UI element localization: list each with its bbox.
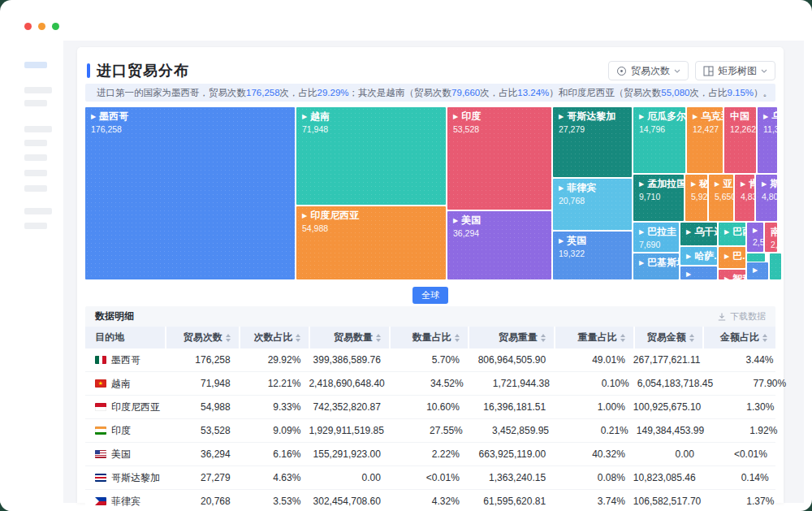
- table-cell: 399,386,589.76: [309, 349, 389, 371]
- treemap-block-智利[interactable]: ▶智利: [719, 270, 745, 279]
- sort-icon[interactable]: [541, 334, 546, 342]
- table-cell: 1.30%: [709, 396, 782, 418]
- table-cell: 6.16%: [239, 443, 309, 466]
- treemap-block-孟加拉国[interactable]: ▶孟加拉国9,710: [633, 175, 684, 221]
- treemap-block-英国[interactable]: ▶英国19,322: [553, 232, 632, 279]
- column-header-5[interactable]: 贸易重量: [468, 327, 554, 349]
- column-header-1[interactable]: 贸易次数: [165, 327, 239, 349]
- sidebar-skeleton-item: [24, 62, 47, 68]
- table-cell: 5.70%: [389, 349, 468, 371]
- treemap-block-厄瓜多尔[interactable]: ▶厄瓜多尔14,796: [633, 107, 685, 173]
- block-label: 智利: [732, 274, 745, 279]
- treemap-block-中国[interactable]: 中国12,262: [724, 107, 756, 173]
- close-icon[interactable]: [24, 23, 32, 30]
- flag-cr-icon: [95, 474, 106, 482]
- summary-segment: 次，占比: [280, 88, 317, 97]
- treemap-block-哈萨...[interactable]: ▶哈萨...: [680, 247, 717, 265]
- metric-select-button[interactable]: 贸易次数: [608, 61, 689, 80]
- drill-down-arrow-icon: ▶: [559, 237, 564, 245]
- destination-name: 菲律宾: [111, 495, 140, 509]
- table-row[interactable]: 印度53,5289.09%1,929,911,519.8527.55%3,452…: [85, 419, 775, 443]
- sort-icon[interactable]: [226, 334, 231, 342]
- treemap-block-美国[interactable]: ▶美国36,294: [447, 211, 551, 279]
- treemap-block-墨西哥[interactable]: ▶墨西哥176,258: [85, 107, 295, 279]
- table-row[interactable]: 越南71,94812.21%2,418,690,648.4034.52%1,72…: [85, 372, 775, 396]
- chart-type-label: 矩形树图: [718, 64, 757, 78]
- column-label: 金额占比: [720, 331, 759, 344]
- sort-icon[interactable]: [376, 334, 381, 342]
- column-header-2[interactable]: 次数占比: [239, 327, 309, 349]
- column-header-3[interactable]: 贸易数量: [309, 327, 389, 349]
- treemap-block[interactable]: ▶: [747, 262, 768, 279]
- flag-ph-icon: [95, 497, 106, 505]
- sidebar-skeleton-item: [24, 100, 47, 106]
- sidebar-skeleton-item: [24, 208, 52, 214]
- sort-icon[interactable]: [689, 334, 694, 342]
- block-value: 12,427: [693, 124, 717, 134]
- table-cell: 4.32%: [389, 490, 468, 511]
- column-header-6[interactable]: 重量占比: [554, 327, 633, 349]
- chevron-down-icon: [674, 69, 680, 73]
- flag-in-icon: [95, 427, 106, 435]
- column-header-7[interactable]: 贸易金额: [633, 327, 702, 349]
- treemap-block-越南[interactable]: ▶越南71,948: [296, 107, 446, 205]
- chart-type-button[interactable]: 矩形树图: [695, 61, 775, 80]
- drill-down-arrow-icon: ▶: [724, 275, 729, 280]
- sort-icon[interactable]: [762, 334, 767, 342]
- download-label: 下载数据: [730, 310, 766, 323]
- treemap-block-巴基斯坦[interactable]: ▶巴基斯坦: [633, 253, 679, 279]
- table-row[interactable]: 美国36,2946.16%155,291,923.002.22%663,925,…: [85, 443, 775, 466]
- treemap-block-乌...[interactable]: ▶乌...11,342: [758, 107, 777, 173]
- table-cell: 176,258: [165, 349, 239, 371]
- summary-highlight: 176,258: [246, 88, 280, 97]
- table-cell: 12.21%: [239, 372, 309, 395]
- table-cell: 302,454,708.60: [309, 490, 389, 511]
- table-cell: <0.01%: [389, 466, 468, 489]
- treemap-block-哥斯达黎加[interactable]: ▶哥斯达黎加27,279: [553, 107, 632, 177]
- block-label: 斯: [770, 179, 777, 189]
- drill-down-arrow-icon: ▶: [453, 217, 458, 225]
- treemap-block-印度尼西亚[interactable]: ▶印度尼西亚54,988: [296, 206, 446, 279]
- treemap-block-乌干达[interactable]: ▶乌干达: [680, 223, 717, 245]
- treemap-block[interactable]: ▶: [680, 266, 717, 279]
- table-row[interactable]: 哥斯达黎加27,2794.63%0.00<0.01%1,363,240.150.…: [85, 466, 775, 490]
- block-label: 秘鲁: [699, 179, 707, 189]
- treemap-block-巴拉圭[interactable]: ▶巴拉圭7,690: [633, 223, 679, 252]
- column-header-4[interactable]: 数量占比: [389, 327, 468, 349]
- sort-icon[interactable]: [455, 334, 460, 342]
- treemap-block-肯[interactable]: ▶肯4,836: [735, 175, 754, 221]
- block-value: 11,342: [763, 124, 771, 134]
- treemap-block-巴...[interactable]: ▶巴...: [719, 247, 745, 268]
- section-title: 数据明细: [95, 310, 134, 323]
- table-row[interactable]: 菲律宾20,7683.53%302,454,708.604.32%61,595,…: [85, 490, 775, 511]
- treemap-block-秘鲁[interactable]: ▶秘鲁5,924: [685, 175, 707, 221]
- sort-icon[interactable]: [296, 334, 300, 342]
- sidebar-skeleton-item: [24, 126, 52, 132]
- treemap-block-巴西[interactable]: ▶巴西: [719, 223, 745, 245]
- table-row[interactable]: 印度尼西亚54,9889.33%742,352,820.8710.60%16,3…: [85, 396, 775, 419]
- app-window: 进口贸易分布 贸易次数: [0, 0, 812, 511]
- treemap-block-印度[interactable]: ▶印度53,528: [447, 107, 551, 210]
- treemap-block[interactable]: [747, 253, 765, 262]
- treemap-block-乌克兰[interactable]: ▶乌克兰12,427: [687, 107, 723, 173]
- table-cell: 6,054,183,718.45: [637, 372, 721, 395]
- table-row[interactable]: 墨西哥176,25829.92%399,386,589.765.70%806,9…: [85, 349, 775, 372]
- treemap-root-button[interactable]: 全球: [412, 287, 448, 304]
- treemap-block-斯[interactable]: ▶斯4,804: [756, 175, 777, 221]
- metric-label: 贸易次数: [631, 64, 670, 78]
- column-header-8[interactable]: 金额占比: [702, 327, 775, 349]
- maximize-icon[interactable]: [52, 23, 59, 30]
- download-data-button[interactable]: 下载数据: [717, 310, 766, 323]
- summary-segment: ；其次是越南（贸易次数: [349, 88, 452, 97]
- table-cell: 2,418,690,648.40: [309, 372, 392, 395]
- sort-icon[interactable]: [620, 334, 625, 342]
- table-cell: 54,988: [165, 396, 239, 418]
- treemap-block-亚[interactable]: ▶亚5,650: [709, 175, 733, 221]
- minimize-icon[interactable]: [38, 23, 45, 30]
- treemap-block-南[interactable]: 南2,2: [765, 223, 777, 252]
- treemap-block[interactable]: ▶2,5: [747, 223, 763, 252]
- treemap-block[interactable]: [770, 253, 781, 279]
- treemap-block-菲律宾[interactable]: ▶菲律宾20,768: [553, 179, 632, 230]
- column-label: 次数占比: [253, 331, 292, 344]
- table-cell: <0.01%: [702, 443, 775, 466]
